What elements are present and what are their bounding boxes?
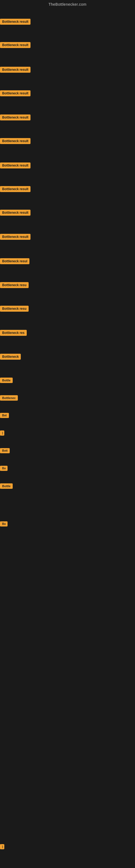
result-row-16: Bottle <box>0 378 13 384</box>
result-row-9: Bottleneck result <box>0 210 31 217</box>
bottleneck-badge-16[interactable]: Bottle <box>0 378 13 383</box>
result-row-5: Bottleneck result <box>0 115 31 122</box>
result-row-20: Bott <box>0 448 10 454</box>
bottleneck-badge-3[interactable]: Bottleneck result <box>0 67 31 73</box>
bottleneck-badge-10[interactable]: Bottleneck result <box>0 234 31 240</box>
bottleneck-badge-4[interactable]: Bottleneck result <box>0 90 31 96</box>
bottleneck-badge-8[interactable]: Bottleneck result <box>0 186 31 192</box>
result-row-18: Bot <box>0 413 9 419</box>
result-row-1: Bottleneck result <box>0 19 31 26</box>
result-row-4: Bottleneck result <box>0 90 31 97</box>
result-row-13: Bottleneck resu <box>0 306 29 313</box>
bottleneck-badge-1[interactable]: Bottleneck result <box>0 19 31 25</box>
result-row-15: Bottleneck <box>0 354 21 361</box>
bottleneck-badge-13[interactable]: Bottleneck resu <box>0 306 29 312</box>
bottleneck-badge-15[interactable]: Bottleneck <box>0 354 21 360</box>
bottleneck-badge-17[interactable]: Bottlenec <box>0 395 18 401</box>
bottleneck-badge-22[interactable]: Bottle <box>0 484 13 489</box>
bottleneck-badge-11[interactable]: Bottleneck resul <box>0 258 30 264</box>
result-row-24: Bo <box>0 521 8 528</box>
result-row-2: Bottleneck result <box>0 42 31 49</box>
result-row-36: | <box>0 844 4 850</box>
result-row-6: Bottleneck result <box>0 138 31 145</box>
bottleneck-badge-18[interactable]: Bot <box>0 413 9 418</box>
bottleneck-badge-36[interactable]: | <box>0 844 4 849</box>
result-row-8: Bottleneck result <box>0 186 31 193</box>
bottleneck-badge-5[interactable]: Bottleneck result <box>0 115 31 120</box>
result-row-21: Bo <box>0 466 8 472</box>
result-row-10: Bottleneck result <box>0 234 31 241</box>
bottleneck-badge-19[interactable]: | <box>0 431 4 436</box>
result-row-3: Bottleneck result <box>0 67 31 74</box>
bottleneck-badge-2[interactable]: Bottleneck result <box>0 42 31 48</box>
bottleneck-badge-20[interactable]: Bott <box>0 448 10 453</box>
result-row-11: Bottleneck resul <box>0 258 30 265</box>
result-row-12: Bottleneck resu <box>0 282 29 289</box>
result-row-17: Bottlenec <box>0 395 18 402</box>
bottleneck-badge-7[interactable]: Bottleneck result <box>0 162 31 168</box>
bottleneck-badge-21[interactable]: Bo <box>0 466 8 471</box>
result-row-14: Bottleneck res <box>0 330 27 337</box>
bottleneck-badge-24[interactable]: Bo <box>0 521 8 527</box>
result-row-22: Bottle <box>0 484 13 490</box>
bottleneck-badge-6[interactable]: Bottleneck result <box>0 138 31 144</box>
bottleneck-badge-14[interactable]: Bottleneck res <box>0 330 27 336</box>
result-row-7: Bottleneck result <box>0 162 31 169</box>
result-row-19: | <box>0 431 4 437</box>
bottleneck-badge-9[interactable]: Bottleneck result <box>0 210 31 216</box>
site-title: TheBottlenecker.com <box>0 0 135 9</box>
bottleneck-badge-12[interactable]: Bottleneck resu <box>0 282 29 288</box>
